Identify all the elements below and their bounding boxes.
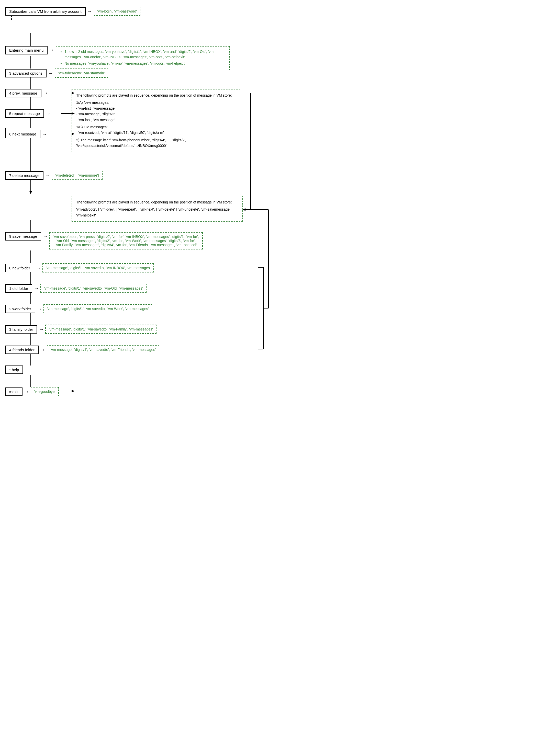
arrow-save-icon: → (43, 232, 48, 239)
arrow-folder3-icon: → (39, 327, 44, 332)
msg-seq-1a-line2: - 'vm-message', 'digits/2' (76, 111, 236, 117)
folder-2-row: 2 work folder → 'vm-message', 'digits/1'… (5, 304, 152, 314)
folder-4-box: 4 friends folder (5, 346, 39, 354)
help-box: * help (5, 366, 23, 374)
folder-1-row: 1 old folder → 'vm-message', 'digits/1',… (5, 284, 147, 293)
subscriber-box: Subscriber calls VM from arbitrary accou… (5, 7, 86, 16)
delete-dashed-box: 'vm-deleted' [, 'vm-nomore'] (52, 171, 102, 180)
folder-3-dashed-box: 'vm-message', 'digits/1', 'vm-savedto', … (45, 325, 156, 334)
folder-1-dashed-box: 'vm-message', 'digits/1', 'vm-savedto', … (40, 284, 147, 293)
exit-box: # exit (5, 387, 23, 396)
next-message-box: 6 next message (5, 130, 40, 138)
next-message-row: 6 next message → (5, 130, 49, 138)
folder-1-box: 1 old folder (5, 284, 32, 293)
folder-2-box: 2 work folder (5, 305, 35, 313)
arrow-folder4-icon: → (40, 347, 45, 353)
folder-0-row: 0 new folder → 'vm-message', 'digits/1',… (5, 263, 154, 273)
advanced-options-box: 3 advanced options (5, 69, 47, 77)
svg-marker-51 (72, 390, 75, 392)
delete-message-box: 7 delete message (5, 171, 43, 180)
arrow-repeat-icon: → (46, 111, 51, 117)
folder-4-dashed-box: 'vm-message', 'digits/1', 'vm-savedto', … (47, 345, 159, 354)
msg-sequence-box: The following prompts are played in sequ… (72, 89, 240, 152)
arrow-folder1-icon: → (34, 286, 39, 292)
prev-message-row: 4 prev. message → The following prompts … (5, 89, 50, 97)
main-menu-row: Entering main menu → 1 new + 2 old messa… (5, 46, 230, 70)
exit-dashed-box: 'vm-goodbye' (31, 387, 59, 396)
msg-seq-1b-line1: - 'vm-received', 'vm-at', 'digits/11', '… (76, 130, 236, 136)
folder-0-dashed-box: 'vm-message', 'digits/1', 'vm-savedto', … (42, 263, 154, 273)
top-dashed-box: 'vm-login', 'vm-password' (94, 7, 141, 16)
save-dashed-box: 'vm-savefolder', 'vm-press', 'digits/0',… (49, 232, 203, 250)
svg-marker-25 (29, 191, 32, 194)
top-row: Subscriber calls VM from arbitrary accou… (5, 7, 140, 16)
msg-seq-2: 2) The message itself: 'vm-from-phonenum… (76, 137, 236, 149)
msg-seq-1a-line1: - 'vm-first', 'vm-message' (76, 106, 236, 111)
arrow-prev-icon: → (43, 89, 48, 96)
arrow-folder0-icon: → (36, 265, 41, 271)
repeat-message-row: 5 repeat message → (5, 109, 52, 118)
opts-seq-title: The following prompts are played in sequ… (76, 199, 238, 205)
main-menu-bullet-2: No messages: 'vm-youhave', 'vm-no', 'vm-… (64, 61, 226, 66)
save-message-row: 9 save message → 'vm-savefolder', 'vm-pr… (5, 232, 203, 250)
folder-4-row: 4 friends folder → 'vm-message', 'digits… (5, 345, 159, 354)
arrow-folder2-icon: → (37, 306, 42, 312)
arrow-right-icon: → (87, 8, 92, 14)
folder-3-box: 3 family folder (5, 325, 37, 334)
help-row: * help (5, 366, 23, 374)
folder-3-row: 3 family folder → 'vm-message', 'digits/… (5, 325, 156, 334)
advanced-dashed-box: 'vm-tohearenv', 'vm-starmain' (55, 69, 108, 78)
msg-seq-1b-title: 1/B) Old messages: (76, 124, 236, 130)
msg-seq-1a-title: 1/A) New messages: (76, 100, 236, 105)
diagram: Subscriber calls VM from arbitrary accou… (5, 5, 276, 695)
exit-row: # exit → 'vm-goodbye' (5, 387, 59, 396)
main-menu-box: Entering main menu (5, 46, 48, 54)
delete-message-row: 7 delete message → 'vm-deleted' [, 'vm-n… (5, 171, 103, 180)
arrow-delete-icon: → (45, 173, 50, 178)
arrow-next-icon: → (42, 131, 47, 137)
save-message-box: 9 save message (5, 232, 41, 241)
arrow-exit-icon: → (24, 389, 29, 394)
advanced-options-row: 3 advanced options → 'vm-tohearenv', 'vm… (5, 69, 108, 78)
main-menu-bullet-1: 1 new + 2 old messages: 'vm-youhave', 'd… (64, 49, 226, 60)
folder-0-box: 0 new folder (5, 264, 34, 272)
opts-sequence-box: The following prompts are played in sequ… (72, 196, 243, 222)
main-menu-dashed-box: 1 new + 2 old messages: 'vm-youhave', 'd… (56, 46, 230, 70)
msg-seq-title: The following prompts are played in sequ… (76, 93, 236, 98)
arrow-adv-icon: → (48, 70, 53, 76)
msg-seq-1a-line3: - 'vm-last', 'vm-message' (76, 117, 236, 123)
repeat-message-box: 5 repeat message (5, 109, 44, 118)
folder-2-dashed-box: 'vm-message', 'digits/1', 'vm-savedto', … (43, 304, 152, 314)
opts-seq-text: 'vm-advopts', [ 'vm-prev', ] 'vm-repeat'… (76, 207, 238, 218)
arrow-right-2-icon: → (49, 46, 54, 53)
prev-message-box: 4 prev. message (5, 89, 41, 97)
